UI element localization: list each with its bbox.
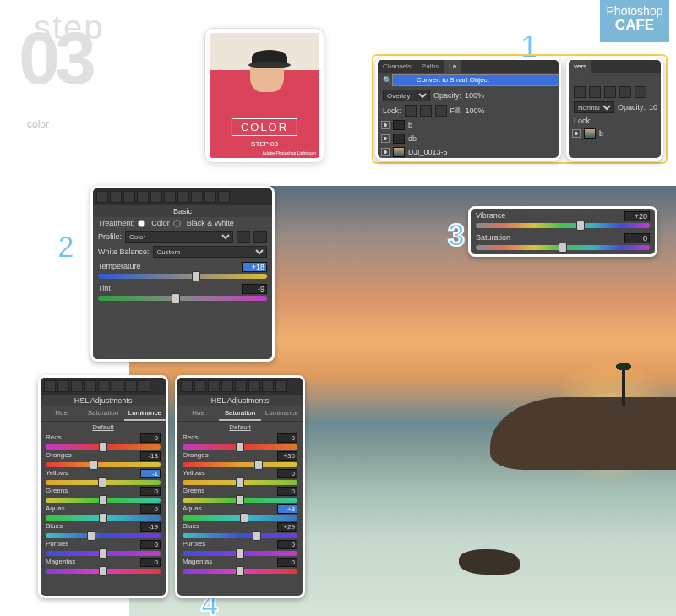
- slider-vibrance[interactable]: Vibrance +20: [471, 209, 655, 231]
- slider-knob[interactable]: [559, 243, 567, 253]
- visibility-icon[interactable]: [381, 121, 390, 129]
- slider-knob[interactable]: [99, 566, 107, 576]
- filter-smart-icon[interactable]: [635, 86, 646, 98]
- slider-greens[interactable]: Greens0: [177, 486, 303, 504]
- panel-tabs-b[interactable]: vers: [569, 60, 661, 73]
- tool-iconbar-hsl2[interactable]: [177, 378, 303, 395]
- tool-icon[interactable]: [57, 380, 69, 392]
- radio-color[interactable]: [138, 220, 145, 227]
- layer-name[interactable]: DJI_0013-5: [408, 148, 448, 156]
- tool-icon[interactable]: [194, 380, 206, 392]
- visibility-icon[interactable]: [381, 134, 390, 143]
- color-value[interactable]: -13: [140, 451, 161, 461]
- tab-layers[interactable]: La: [444, 60, 461, 73]
- tool-icon[interactable]: [262, 380, 274, 392]
- filter-image-icon[interactable]: [574, 86, 586, 98]
- slider-knob[interactable]: [253, 531, 261, 541]
- slider-knob[interactable]: [236, 442, 244, 452]
- color-value[interactable]: 0: [140, 558, 161, 567]
- tint-value[interactable]: -9: [242, 284, 267, 294]
- slider-knob[interactable]: [236, 477, 244, 488]
- video-thumbnail-card[interactable]: COLOR STEP 03 Adobe Photoshop Lightroom: [204, 28, 324, 163]
- tool-icon[interactable]: [44, 380, 56, 392]
- blend-mode-select-b[interactable]: Normal: [574, 101, 614, 113]
- slider-oranges[interactable]: Oranges+30: [177, 450, 303, 468]
- detail-icon[interactable]: [123, 191, 135, 203]
- tool-icon[interactable]: [221, 380, 233, 392]
- slider-knob[interactable]: [99, 513, 107, 523]
- slider-magentas[interactable]: Magentas0: [177, 557, 303, 575]
- color-value[interactable]: +8: [277, 504, 297, 514]
- color-value[interactable]: 0: [140, 504, 161, 514]
- slider-knob[interactable]: [254, 460, 263, 470]
- color-value[interactable]: 0: [277, 487, 297, 496]
- blend-mode-select[interactable]: Overlay: [383, 90, 430, 101]
- slider-knob[interactable]: [99, 442, 107, 452]
- hsl-panel-luminance[interactable]: HSL Adjustments Hue Saturation Luminance…: [38, 375, 168, 598]
- tab-hue[interactable]: Hue: [177, 406, 219, 421]
- panel-tabs[interactable]: Channels Paths La: [378, 60, 559, 73]
- snap-icon[interactable]: [218, 191, 230, 203]
- slider-blues[interactable]: Blues+29: [177, 521, 303, 539]
- lens-icon[interactable]: [164, 191, 176, 203]
- slider-tint[interactable]: Tint -9: [93, 281, 272, 303]
- layer-name[interactable]: b: [408, 121, 412, 129]
- slider-knob[interactable]: [90, 460, 98, 470]
- layer-name[interactable]: b: [599, 129, 603, 138]
- visibility-icon[interactable]: [381, 148, 390, 156]
- saturation-value[interactable]: 0: [624, 233, 650, 243]
- slider-yellows[interactable]: Yellows0: [177, 468, 303, 486]
- color-value[interactable]: 0: [277, 433, 297, 443]
- tab-saturation[interactable]: Saturation: [219, 406, 260, 421]
- tab-channels[interactable]: Channels: [378, 60, 417, 73]
- slider-saturation[interactable]: Saturation 0: [471, 231, 655, 253]
- slider-aquas[interactable]: Aquas0: [41, 504, 166, 521]
- tool-icon[interactable]: [181, 380, 193, 392]
- hsl-tabs[interactable]: Hue Saturation Luminance: [177, 406, 303, 422]
- tab-luminance[interactable]: Luminance: [261, 406, 303, 421]
- opacity-value[interactable]: 100%: [465, 91, 484, 100]
- hsl-icon[interactable]: [137, 191, 149, 203]
- tab-hue[interactable]: Hue: [41, 406, 82, 421]
- visibility-icon[interactable]: [572, 129, 581, 138]
- layer-row[interactable]: b: [378, 118, 559, 132]
- vibrance-value[interactable]: +20: [624, 211, 650, 221]
- slider-knob[interactable]: [98, 477, 106, 488]
- calib-icon[interactable]: [191, 191, 203, 203]
- presets-icon[interactable]: [204, 191, 216, 203]
- filter-shape-icon[interactable]: [619, 86, 631, 98]
- slider-blues[interactable]: Blues-19: [41, 521, 166, 539]
- lock-position-icon[interactable]: [420, 105, 432, 117]
- tab-layers-b[interactable]: vers: [569, 60, 592, 73]
- vibrance-panel[interactable]: Vibrance +20 Saturation 0: [468, 206, 657, 257]
- tool-iconbar-hsl1[interactable]: [41, 378, 166, 395]
- layer-name[interactable]: db: [408, 134, 417, 143]
- lock-all-icon[interactable]: [435, 105, 447, 117]
- color-value[interactable]: 0: [140, 540, 161, 549]
- slider-knob[interactable]: [87, 531, 95, 541]
- layer-row-b[interactable]: b: [569, 127, 661, 140]
- slider-knob[interactable]: [576, 221, 585, 231]
- tool-icon[interactable]: [139, 380, 150, 392]
- fx-icon[interactable]: [177, 191, 189, 203]
- color-value[interactable]: -1: [140, 469, 161, 478]
- grid-view-icon[interactable]: [237, 231, 250, 243]
- slider-knob[interactable]: [236, 495, 244, 505]
- tool-icon[interactable]: [125, 380, 137, 392]
- color-value[interactable]: 0: [277, 558, 297, 567]
- slider-magentas[interactable]: Magentas0: [41, 557, 166, 575]
- default-link[interactable]: Default: [41, 422, 166, 433]
- profile-select[interactable]: Color: [125, 231, 233, 243]
- slider-reds[interactable]: Reds0: [177, 433, 303, 450]
- slider-purples[interactable]: Purples0: [177, 539, 303, 557]
- radio-bw[interactable]: [173, 220, 181, 227]
- slider-reds[interactable]: Reds0: [41, 433, 166, 450]
- slider-knob[interactable]: [99, 495, 107, 505]
- tool-icon[interactable]: [275, 380, 287, 392]
- tool-icon[interactable]: [235, 380, 247, 392]
- tab-luminance[interactable]: Luminance: [124, 406, 166, 421]
- slider-knob[interactable]: [192, 271, 200, 281]
- crop-icon[interactable]: [96, 191, 108, 203]
- fill-value[interactable]: 100%: [466, 106, 485, 115]
- slider-temperature[interactable]: Temperature +18: [93, 259, 272, 281]
